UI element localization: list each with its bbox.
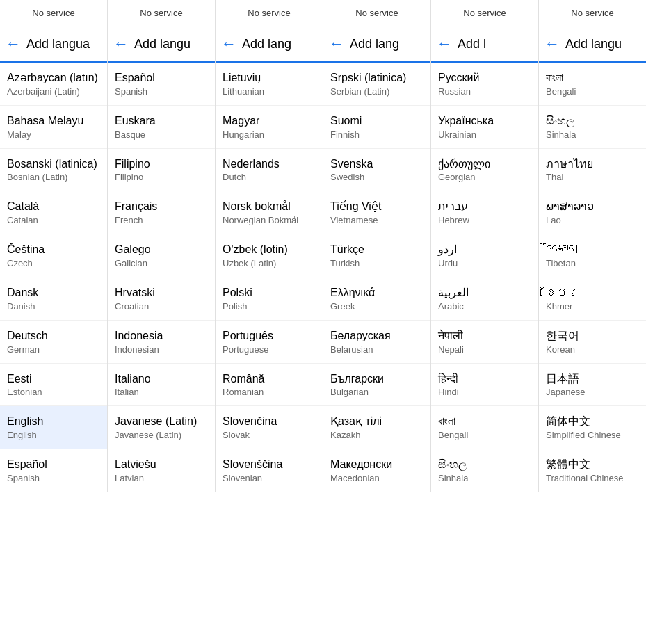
lang-item-0-3[interactable]: CatalàCatalan <box>0 191 107 234</box>
lang-item-4-9[interactable]: සිංහලSinhala <box>431 449 538 492</box>
lang-item-1-2[interactable]: FilipinoFilipino <box>108 149 215 192</box>
lang-item-4-7[interactable]: हिन्दीHindi <box>431 364 538 407</box>
lang-item-2-9[interactable]: SlovenščinaSlovenian <box>216 449 323 492</box>
lang-item-1-1[interactable]: EuskaraBasque <box>108 106 215 149</box>
lang-item-5-7[interactable]: 日本語Japanese <box>539 364 646 407</box>
lang-item-5-2[interactable]: ภาษาไทยThai <box>539 149 646 192</box>
lang-item-3-6[interactable]: БеларускаяBelarusian <box>323 321 430 364</box>
lang-native-2-1: Magyar <box>223 114 316 129</box>
lang-item-0-8[interactable]: EnglishEnglish <box>0 406 107 449</box>
lang-item-2-2[interactable]: NederlandsDutch <box>216 149 323 192</box>
lang-english-1-5: Croatian <box>115 301 208 312</box>
lang-item-3-3[interactable]: Tiếng ViệtVietnamese <box>323 191 430 234</box>
lang-english-3-7: Bulgarian <box>330 387 423 397</box>
lang-item-4-8[interactable]: বাংলাBengali <box>431 406 538 449</box>
lang-item-3-9[interactable]: МакедонскиMacedonian <box>323 449 430 492</box>
lang-english-5-9: Traditional Chinese <box>546 473 639 483</box>
lang-item-4-4[interactable]: اردوUrdu <box>431 234 538 277</box>
back-arrow-4[interactable]: ← <box>437 35 452 53</box>
lang-item-1-6[interactable]: IndonesiaIndonesian <box>108 321 215 364</box>
lang-english-5-8: Simplified Chinese <box>546 430 639 440</box>
lang-item-5-3[interactable]: ພາສາລາວLao <box>539 191 646 234</box>
lang-item-5-4[interactable]: བོད་སྐད།Tibetan <box>539 234 646 277</box>
lang-english-4-1: Ukrainian <box>438 129 531 140</box>
lang-item-2-5[interactable]: PolskiPolish <box>216 277 323 321</box>
lang-native-0-5: Dansk <box>7 286 100 300</box>
lang-item-0-2[interactable]: Bosanski (latinica)Bosnian (Latin) <box>0 149 107 192</box>
lang-item-2-8[interactable]: SlovenčinaSlovak <box>216 406 323 449</box>
lang-english-2-9: Slovenian <box>223 473 316 483</box>
lang-item-5-1[interactable]: සිංහලSinhala <box>539 106 646 149</box>
lang-item-2-3[interactable]: Norsk bokmålNorwegian Bokmål <box>216 191 323 234</box>
column-4: ←Add lРусскийRussianУкраїнськаUkrainianქ… <box>431 26 539 492</box>
lang-item-0-4[interactable]: ČeštinaCzech <box>0 234 107 277</box>
lang-item-3-8[interactable]: Қазақ тіліKazakh <box>323 406 430 449</box>
lang-item-0-7[interactable]: EestiEstonian <box>0 364 107 407</box>
lang-native-1-2: Filipino <box>115 157 208 172</box>
status-segment-1: No service <box>108 0 216 26</box>
back-arrow-1[interactable]: ← <box>113 35 129 53</box>
lang-item-4-6[interactable]: नेपालीNepali <box>431 321 538 364</box>
back-arrow-2[interactable]: ← <box>221 35 236 53</box>
lang-native-4-5: العربية <box>438 286 531 300</box>
lang-english-3-3: Vietnamese <box>330 215 423 225</box>
lang-native-0-7: Eesti <box>7 372 100 387</box>
lang-item-3-2[interactable]: SvenskaSwedish <box>323 149 430 192</box>
column-3: ←Add langSrpski (latinica)Serbian (Latin… <box>323 26 431 492</box>
back-arrow-0[interactable]: ← <box>6 35 21 53</box>
lang-item-4-5[interactable]: العربيةArabic <box>431 277 538 321</box>
lang-native-1-9: Latviešu <box>115 458 208 472</box>
header-title-2: Add lang <box>242 37 291 51</box>
lang-item-1-3[interactable]: FrançaisFrench <box>108 191 215 234</box>
status-bar: No serviceNo serviceNo serviceNo service… <box>0 0 646 26</box>
lang-item-2-6[interactable]: PortuguêsPortuguese <box>216 321 323 364</box>
lang-item-2-4[interactable]: O'zbek (lotin)Uzbek (Latin) <box>216 234 323 277</box>
lang-native-4-4: اردو <box>438 243 531 257</box>
column-header-3: ←Add lang <box>323 26 430 63</box>
lang-item-2-0[interactable]: LietuviųLithuanian <box>216 63 323 106</box>
lang-item-3-5[interactable]: ΕλληνικάGreek <box>323 277 430 321</box>
lang-item-0-5[interactable]: DanskDanish <box>0 277 107 321</box>
lang-native-4-0: Русский <box>438 71 531 86</box>
lang-item-2-1[interactable]: MagyarHungarian <box>216 106 323 149</box>
lang-english-5-4: Tibetan <box>546 258 639 268</box>
lang-item-0-1[interactable]: Bahasa MelayuMalay <box>0 106 107 149</box>
lang-item-1-4[interactable]: GalegoGalician <box>108 234 215 277</box>
lang-english-3-9: Macedonian <box>330 473 423 483</box>
lang-native-4-8: বাংলা <box>438 414 531 429</box>
lang-item-1-8[interactable]: Javanese (Latin)Javanese (Latin) <box>108 406 215 449</box>
lang-english-3-8: Kazakh <box>330 430 423 440</box>
lang-item-1-9[interactable]: LatviešuLatvian <box>108 449 215 492</box>
lang-native-1-1: Euskara <box>115 114 208 129</box>
lang-item-5-0[interactable]: বাংলাBengali <box>539 63 646 106</box>
lang-english-2-2: Dutch <box>223 172 316 182</box>
lang-item-1-7[interactable]: ItalianoItalian <box>108 364 215 407</box>
back-arrow-5[interactable]: ← <box>544 35 560 53</box>
lang-item-2-7[interactable]: RomânăRomanian <box>216 364 323 407</box>
lang-item-4-1[interactable]: УкраїнськаUkrainian <box>431 106 538 149</box>
lang-item-4-3[interactable]: עבריתHebrew <box>431 191 538 234</box>
lang-item-0-9[interactable]: EspañolSpanish <box>0 449 107 492</box>
lang-native-1-5: Hrvatski <box>115 286 208 300</box>
lang-item-5-6[interactable]: 한국어Korean <box>539 321 646 364</box>
lang-item-4-2[interactable]: ქართულიGeorgian <box>431 149 538 192</box>
lang-english-4-0: Russian <box>438 86 531 97</box>
lang-item-3-0[interactable]: Srpski (latinica)Serbian (Latin) <box>323 63 430 106</box>
lang-item-4-0[interactable]: РусскийRussian <box>431 63 538 106</box>
lang-item-1-0[interactable]: EspañolSpanish <box>108 63 215 106</box>
lang-item-0-0[interactable]: Azərbaycan (latın)Azerbaijani (Latin) <box>0 63 107 106</box>
lang-native-1-6: Indonesia <box>115 329 208 344</box>
lang-item-0-6[interactable]: DeutschGerman <box>0 321 107 364</box>
lang-item-3-7[interactable]: БългарскиBulgarian <box>323 364 430 407</box>
lang-native-2-0: Lietuvių <box>223 71 316 86</box>
lang-english-4-7: Hindi <box>438 387 531 397</box>
lang-item-3-4[interactable]: TürkçeTurkish <box>323 234 430 277</box>
lang-item-1-5[interactable]: HrvatskiCroatian <box>108 277 215 321</box>
lang-item-5-5[interactable]: ខ្មែរKhmer <box>539 277 646 321</box>
lang-item-3-1[interactable]: SuomiFinnish <box>323 106 430 149</box>
lang-item-5-8[interactable]: 简体中文Simplified Chinese <box>539 406 646 449</box>
lang-english-3-1: Finnish <box>330 129 423 140</box>
back-arrow-3[interactable]: ← <box>329 35 344 53</box>
lang-item-5-9[interactable]: 繁體中文Traditional Chinese <box>539 449 646 492</box>
lang-native-1-8: Javanese (Latin) <box>115 414 208 429</box>
